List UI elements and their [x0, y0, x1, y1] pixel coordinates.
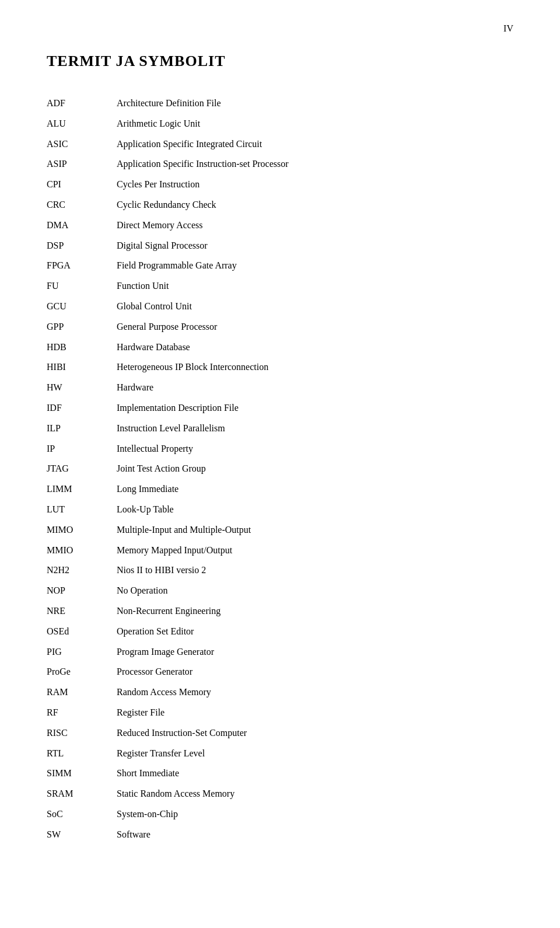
acronym-definition: Heterogeneous IP Block Interconnection	[117, 357, 513, 378]
list-item: CPICycles Per Instruction	[47, 175, 513, 195]
acronym-definition: Intellectual Property	[117, 439, 513, 459]
acronym-definition: Architecture Definition File	[117, 93, 513, 114]
acronym-abbreviation: NOP	[47, 581, 117, 601]
acronym-definition: Register File	[117, 703, 513, 723]
list-item: RTLRegister Transfer Level	[47, 744, 513, 764]
list-item: MIMOMultiple-Input and Multiple-Output	[47, 520, 513, 540]
list-item: DMADirect Memory Access	[47, 215, 513, 236]
acronym-abbreviation: FPGA	[47, 256, 117, 276]
page-number: IV	[503, 23, 513, 34]
list-item: ADFArchitecture Definition File	[47, 93, 513, 114]
acronym-abbreviation: ASIP	[47, 154, 117, 175]
list-item: HWHardware	[47, 378, 513, 398]
acronym-definition: Digital Signal Processor	[117, 236, 513, 256]
acronym-definition: Reduced Instruction-Set Computer	[117, 723, 513, 744]
acronym-definition: Hardware	[117, 378, 513, 398]
acronym-abbreviation: ALU	[47, 114, 117, 134]
acronym-definition: Field Programmable Gate Array	[117, 256, 513, 276]
list-item: N2H2Nios II to HIBI versio 2	[47, 560, 513, 581]
list-item: SoCSystem-on-Chip	[47, 804, 513, 825]
acronym-abbreviation: LIMM	[47, 479, 117, 500]
acronym-abbreviation: LUT	[47, 500, 117, 520]
list-item: NOPNo Operation	[47, 581, 513, 601]
list-item: OSEdOperation Set Editor	[47, 622, 513, 642]
acronym-abbreviation: OSEd	[47, 622, 117, 642]
acronym-definition: Non-Recurrent Engineering	[117, 601, 513, 622]
list-item: MMIOMemory Mapped Input/Output	[47, 540, 513, 561]
acronym-abbreviation: FU	[47, 276, 117, 296]
list-item: ALUArithmetic Logic Unit	[47, 114, 513, 134]
acronym-definition: Program Image Generator	[117, 642, 513, 662]
acronym-abbreviation: JTAG	[47, 459, 117, 479]
acronym-abbreviation: HIBI	[47, 357, 117, 378]
acronym-definition: Application Specific Instruction-set Pro…	[117, 154, 513, 175]
acronym-definition: Multiple-Input and Multiple-Output	[117, 520, 513, 540]
acronym-abbreviation: RTL	[47, 744, 117, 764]
acronym-abbreviation: ILP	[47, 418, 117, 439]
acronym-abbreviation: GPP	[47, 317, 117, 337]
acronym-abbreviation: SIMM	[47, 763, 117, 784]
list-item: CRCCyclic Redundancy Check	[47, 195, 513, 215]
acronym-abbreviation: IDF	[47, 398, 117, 418]
acronym-abbreviation: RISC	[47, 723, 117, 744]
list-item: ASICApplication Specific Integrated Circ…	[47, 134, 513, 155]
list-item: GCUGlobal Control Unit	[47, 296, 513, 317]
list-item: RAMRandom Access Memory	[47, 682, 513, 703]
acronym-definition: Hardware Database	[117, 337, 513, 358]
acronym-abbreviation: SoC	[47, 804, 117, 825]
acronym-definition: Implementation Description File	[117, 398, 513, 418]
list-item: FUFunction Unit	[47, 276, 513, 296]
acronym-definition: Instruction Level Parallelism	[117, 418, 513, 439]
acronym-definition: Cyclic Redundancy Check	[117, 195, 513, 215]
acronym-abbreviation: ADF	[47, 93, 117, 114]
list-item: LIMMLong Immediate	[47, 479, 513, 500]
acronym-abbreviation: HW	[47, 378, 117, 398]
acronym-abbreviation: GCU	[47, 296, 117, 317]
acronym-abbreviation: PIG	[47, 642, 117, 662]
list-item: PIGProgram Image Generator	[47, 642, 513, 662]
list-item: JTAGJoint Test Action Group	[47, 459, 513, 479]
acronym-abbreviation: NRE	[47, 601, 117, 622]
acronym-abbreviation: DSP	[47, 236, 117, 256]
acronym-definition: Random Access Memory	[117, 682, 513, 703]
acronym-abbreviation: CPI	[47, 175, 117, 195]
acronym-definition: Nios II to HIBI versio 2	[117, 560, 513, 581]
acronym-definition: Direct Memory Access	[117, 215, 513, 236]
acronym-abbreviation: IP	[47, 439, 117, 459]
acronym-abbreviation: N2H2	[47, 560, 117, 581]
acronym-definition: Processor Generator	[117, 662, 513, 682]
acronym-list: ADFArchitecture Definition FileALUArithm…	[47, 93, 513, 845]
list-item: DSPDigital Signal Processor	[47, 236, 513, 256]
acronym-definition: Cycles Per Instruction	[117, 175, 513, 195]
acronym-abbreviation: MIMO	[47, 520, 117, 540]
acronym-definition: No Operation	[117, 581, 513, 601]
acronym-abbreviation: RF	[47, 703, 117, 723]
acronym-definition: General Purpose Processor	[117, 317, 513, 337]
acronym-abbreviation: ProGe	[47, 662, 117, 682]
list-item: LUTLook-Up Table	[47, 500, 513, 520]
acronym-definition: Memory Mapped Input/Output	[117, 540, 513, 561]
acronym-definition: Long Immediate	[117, 479, 513, 500]
acronym-definition: Application Specific Integrated Circuit	[117, 134, 513, 155]
list-item: SWSoftware	[47, 825, 513, 845]
list-item: ILPInstruction Level Parallelism	[47, 418, 513, 439]
acronym-definition: Operation Set Editor	[117, 622, 513, 642]
acronym-abbreviation: CRC	[47, 195, 117, 215]
acronym-definition: Short Immediate	[117, 763, 513, 784]
acronym-definition: Function Unit	[117, 276, 513, 296]
acronym-definition: Arithmetic Logic Unit	[117, 114, 513, 134]
list-item: SRAMStatic Random Access Memory	[47, 784, 513, 804]
list-item: SIMMShort Immediate	[47, 763, 513, 784]
acronym-definition: System-on-Chip	[117, 804, 513, 825]
list-item: GPPGeneral Purpose Processor	[47, 317, 513, 337]
list-item: ProGeProcessor Generator	[47, 662, 513, 682]
page-title: TERMIT JA SYMBOLIT	[47, 53, 513, 70]
acronym-definition: Joint Test Action Group	[117, 459, 513, 479]
acronym-definition: Global Control Unit	[117, 296, 513, 317]
acronym-abbreviation: MMIO	[47, 540, 117, 561]
acronym-abbreviation: SW	[47, 825, 117, 845]
list-item: RISCReduced Instruction-Set Computer	[47, 723, 513, 744]
acronym-definition: Register Transfer Level	[117, 744, 513, 764]
acronym-abbreviation: SRAM	[47, 784, 117, 804]
acronym-definition: Software	[117, 825, 513, 845]
